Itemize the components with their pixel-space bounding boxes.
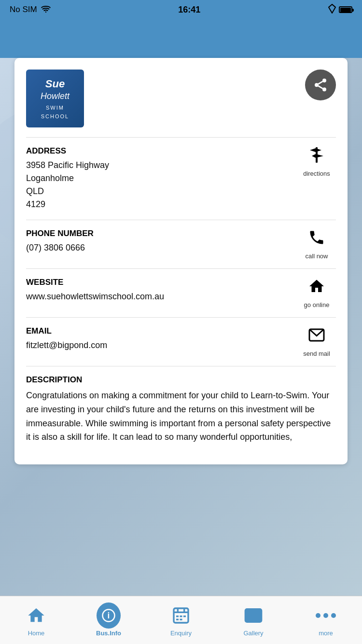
directions-action[interactable]: directions — [297, 146, 336, 177]
status-right — [328, 4, 352, 16]
description-section: DESCRIPTION Congratulations on making a … — [26, 366, 336, 453]
phone-content: PHONE NUMBER (07) 3806 0666 — [26, 229, 297, 254]
battery-icon — [339, 6, 352, 13]
svg-point-3 — [322, 87, 326, 91]
home-tab-icon — [24, 603, 48, 628]
svg-rect-17 — [180, 616, 182, 617]
businfo-tab-icon: i — [97, 603, 121, 628]
website-section: WEBSITE www.suehowlettswimschool.com.au … — [26, 268, 336, 317]
address-section: ADDRESS 3958 Pacific Highway Loganholme … — [26, 137, 336, 220]
address-state: QLD — [26, 185, 297, 198]
tab-gallery[interactable]: Gallery — [220, 603, 287, 637]
description-text: Congratulations on making a commitment f… — [26, 389, 336, 444]
enquiry-tab-icon — [169, 603, 193, 628]
business-card: Sue Howlett SWIM SCHOOL ADDRESS 3958 Pac… — [14, 58, 348, 464]
mail-icon — [308, 326, 325, 347]
tab-bar: Home i Bus.Info — [0, 596, 362, 644]
location-icon — [328, 4, 336, 16]
svg-line-5 — [318, 82, 322, 84]
more-tab-icon — [314, 603, 338, 628]
call-action[interactable]: call now — [297, 229, 336, 260]
svg-point-1 — [322, 79, 326, 83]
svg-rect-19 — [176, 619, 179, 620]
phone-label: PHONE NUMBER — [26, 229, 297, 238]
email-content: EMAIL fitzlett@bigpond.com — [26, 326, 297, 352]
status-left: No SIM — [10, 5, 51, 15]
time-label: 16:41 — [178, 5, 200, 15]
address-street: 3958 Pacific Highway — [26, 159, 297, 172]
svg-rect-20 — [180, 619, 182, 620]
tab-more[interactable]: more — [292, 603, 360, 637]
phone-number: (07) 3806 0666 — [26, 241, 297, 254]
address-suburb: Loganholme — [26, 172, 297, 185]
email-address: fitzlett@bigpond.com — [26, 339, 297, 352]
svg-line-4 — [318, 86, 322, 88]
tab-home[interactable]: Home — [2, 603, 70, 637]
svg-rect-21 — [245, 609, 261, 622]
call-label: call now — [306, 252, 328, 260]
email-action[interactable]: send mail — [297, 326, 336, 357]
website-label: WEBSITE — [26, 278, 297, 287]
logo-subtitle-school: SCHOOL — [41, 113, 69, 120]
svg-rect-16 — [176, 616, 179, 617]
website-action[interactable]: go online — [297, 278, 336, 308]
gallery-tab-label: Gallery — [243, 630, 263, 637]
email-section: EMAIL fitzlett@bigpond.com send mail — [26, 317, 336, 366]
tab-enquiry[interactable]: Enquiry — [147, 603, 215, 637]
businfo-tab-label: Bus.Info — [96, 630, 121, 637]
wifi-icon — [41, 5, 51, 15]
header-bar — [0, 19, 362, 58]
description-label: DESCRIPTION — [26, 375, 336, 385]
email-label: EMAIL — [26, 326, 297, 336]
logo-subtitle-swim: SWIM — [46, 104, 64, 111]
website-content: WEBSITE www.suehowlettswimschool.com.au — [26, 278, 297, 303]
svg-marker-7 — [310, 148, 321, 152]
enquiry-tab-label: Enquiry — [170, 630, 192, 637]
address-postcode: 4129 — [26, 198, 297, 211]
gallery-tab-icon — [241, 603, 265, 628]
send-mail-label: send mail — [303, 350, 330, 357]
more-tab-label: more — [319, 630, 333, 637]
website-url: www.suehowlettswimschool.com.au — [26, 290, 297, 303]
address-label: ADDRESS — [26, 146, 297, 156]
svg-marker-8 — [312, 154, 323, 158]
dot-1 — [316, 613, 320, 618]
carrier-label: No SIM — [10, 5, 37, 14]
dot-3 — [331, 613, 336, 618]
logo-name-sue: Sue — [45, 77, 65, 91]
go-online-label: go online — [304, 301, 330, 308]
home-tab-label: Home — [28, 630, 45, 637]
directions-icon — [308, 146, 325, 167]
svg-rect-18 — [183, 616, 186, 617]
share-button[interactable] — [305, 70, 336, 100]
svg-text:i: i — [108, 611, 110, 620]
dot-2 — [323, 613, 328, 618]
directions-label: directions — [303, 170, 330, 177]
svg-point-2 — [315, 83, 319, 87]
card-header: Sue Howlett SWIM SCHOOL — [26, 70, 336, 127]
phone-icon — [308, 229, 325, 250]
business-logo: Sue Howlett SWIM SCHOOL — [26, 70, 84, 127]
status-bar: No SIM 16:41 — [0, 0, 362, 19]
tab-businfo[interactable]: i Bus.Info — [75, 603, 142, 637]
address-content: ADDRESS 3958 Pacific Highway Loganholme … — [26, 146, 297, 211]
phone-section: PHONE NUMBER (07) 3806 0666 call now — [26, 220, 336, 268]
home-icon — [308, 278, 325, 298]
svg-point-0 — [45, 11, 46, 12]
logo-name-howlett: Howlett — [41, 91, 70, 102]
